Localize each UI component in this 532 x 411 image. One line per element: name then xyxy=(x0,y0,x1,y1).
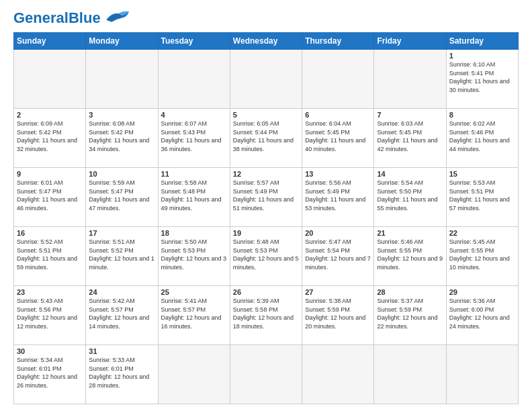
day-info: Sunrise: 5:59 AM Sunset: 5:47 PM Dayligh… xyxy=(89,179,154,212)
day-info: Sunrise: 6:08 AM Sunset: 5:42 PM Dayligh… xyxy=(89,120,154,153)
calendar-cell xyxy=(374,345,446,404)
day-number: 6 xyxy=(305,111,371,119)
day-number: 1 xyxy=(449,52,515,60)
calendar-cell xyxy=(86,50,158,109)
calendar-cell xyxy=(446,345,518,404)
logo-text: GeneralBlue xyxy=(13,11,101,26)
day-info: Sunrise: 5:37 AM Sunset: 5:59 PM Dayligh… xyxy=(377,297,443,330)
calendar-cell: 26Sunrise: 5:39 AM Sunset: 5:58 PM Dayli… xyxy=(230,286,302,345)
day-info: Sunrise: 6:01 AM Sunset: 5:47 PM Dayligh… xyxy=(17,179,83,212)
day-number: 31 xyxy=(89,347,154,355)
day-info: Sunrise: 5:34 AM Sunset: 6:01 PM Dayligh… xyxy=(17,356,83,390)
day-number: 10 xyxy=(89,170,154,178)
day-info: Sunrise: 5:50 AM Sunset: 5:53 PM Dayligh… xyxy=(161,238,227,271)
day-number: 22 xyxy=(449,229,515,237)
col-header-thursday: Thursday xyxy=(302,33,374,50)
day-number: 20 xyxy=(305,229,371,237)
col-header-saturday: Saturday xyxy=(446,33,518,50)
day-info: Sunrise: 5:46 AM Sunset: 5:55 PM Dayligh… xyxy=(377,238,443,271)
page: GeneralBlue SundayMondayTuesdayWednesday… xyxy=(0,0,532,411)
calendar-week-0: 1Sunrise: 6:10 AM Sunset: 5:41 PM Daylig… xyxy=(14,50,519,109)
col-header-tuesday: Tuesday xyxy=(158,33,230,50)
calendar-cell: 11Sunrise: 5:58 AM Sunset: 5:48 PM Dayli… xyxy=(158,168,230,227)
day-info: Sunrise: 5:51 AM Sunset: 5:52 PM Dayligh… xyxy=(89,238,154,271)
day-info: Sunrise: 5:56 AM Sunset: 5:49 PM Dayligh… xyxy=(305,179,371,212)
calendar-week-4: 23Sunrise: 5:43 AM Sunset: 5:56 PM Dayli… xyxy=(14,286,519,345)
day-number: 3 xyxy=(89,111,154,119)
day-number: 8 xyxy=(449,111,515,119)
calendar-cell: 12Sunrise: 5:57 AM Sunset: 5:49 PM Dayli… xyxy=(230,168,302,227)
day-number: 23 xyxy=(17,288,83,296)
calendar-cell: 13Sunrise: 5:56 AM Sunset: 5:49 PM Dayli… xyxy=(302,168,374,227)
calendar-cell: 18Sunrise: 5:50 AM Sunset: 5:53 PM Dayli… xyxy=(158,227,230,286)
day-info: Sunrise: 5:33 AM Sunset: 6:01 PM Dayligh… xyxy=(89,356,154,390)
logo: GeneralBlue xyxy=(13,11,130,26)
calendar-cell xyxy=(374,50,446,109)
day-info: Sunrise: 5:38 AM Sunset: 5:59 PM Dayligh… xyxy=(305,297,371,330)
calendar-week-5: 30Sunrise: 5:34 AM Sunset: 6:01 PM Dayli… xyxy=(14,345,519,404)
calendar-cell: 3Sunrise: 6:08 AM Sunset: 5:42 PM Daylig… xyxy=(86,109,158,168)
calendar-week-1: 2Sunrise: 6:09 AM Sunset: 5:42 PM Daylig… xyxy=(14,109,519,168)
calendar-cell: 10Sunrise: 5:59 AM Sunset: 5:47 PM Dayli… xyxy=(86,168,158,227)
header: GeneralBlue xyxy=(13,11,519,26)
day-number: 7 xyxy=(377,111,443,119)
calendar-week-2: 9Sunrise: 6:01 AM Sunset: 5:47 PM Daylig… xyxy=(14,168,519,227)
calendar-table: SundayMondayTuesdayWednesdayThursdayFrid… xyxy=(13,32,519,404)
calendar-cell: 16Sunrise: 5:52 AM Sunset: 5:51 PM Dayli… xyxy=(14,227,86,286)
calendar-cell xyxy=(230,50,302,109)
calendar-cell: 4Sunrise: 6:07 AM Sunset: 5:43 PM Daylig… xyxy=(158,109,230,168)
day-info: Sunrise: 5:52 AM Sunset: 5:51 PM Dayligh… xyxy=(17,238,83,271)
day-info: Sunrise: 6:04 AM Sunset: 5:45 PM Dayligh… xyxy=(305,120,371,153)
day-info: Sunrise: 6:09 AM Sunset: 5:42 PM Dayligh… xyxy=(17,120,83,153)
calendar-cell: 24Sunrise: 5:42 AM Sunset: 5:57 PM Dayli… xyxy=(86,286,158,345)
calendar-cell: 31Sunrise: 5:33 AM Sunset: 6:01 PM Dayli… xyxy=(86,345,158,404)
day-info: Sunrise: 5:43 AM Sunset: 5:56 PM Dayligh… xyxy=(17,297,83,330)
col-header-monday: Monday xyxy=(86,33,158,50)
col-header-sunday: Sunday xyxy=(14,33,86,50)
calendar-cell: 29Sunrise: 5:36 AM Sunset: 6:00 PM Dayli… xyxy=(446,286,518,345)
day-number: 29 xyxy=(449,288,515,296)
col-header-friday: Friday xyxy=(374,33,446,50)
day-info: Sunrise: 5:42 AM Sunset: 5:57 PM Dayligh… xyxy=(89,297,154,330)
day-info: Sunrise: 5:41 AM Sunset: 5:57 PM Dayligh… xyxy=(161,297,227,330)
day-number: 2 xyxy=(17,111,83,119)
calendar-cell: 30Sunrise: 5:34 AM Sunset: 6:01 PM Dayli… xyxy=(14,345,86,404)
day-info: Sunrise: 6:03 AM Sunset: 5:45 PM Dayligh… xyxy=(377,120,443,153)
day-number: 11 xyxy=(161,170,227,178)
calendar-cell: 14Sunrise: 5:54 AM Sunset: 5:50 PM Dayli… xyxy=(374,168,446,227)
col-header-wednesday: Wednesday xyxy=(230,33,302,50)
calendar-cell: 8Sunrise: 6:02 AM Sunset: 5:46 PM Daylig… xyxy=(446,109,518,168)
day-info: Sunrise: 5:36 AM Sunset: 6:00 PM Dayligh… xyxy=(449,297,515,330)
day-info: Sunrise: 5:39 AM Sunset: 5:58 PM Dayligh… xyxy=(233,297,299,330)
calendar-header-row: SundayMondayTuesdayWednesdayThursdayFrid… xyxy=(14,33,519,50)
day-info: Sunrise: 5:47 AM Sunset: 5:54 PM Dayligh… xyxy=(305,238,371,271)
day-info: Sunrise: 5:45 AM Sunset: 5:55 PM Dayligh… xyxy=(449,238,515,271)
calendar-cell xyxy=(230,345,302,404)
day-number: 21 xyxy=(377,229,443,237)
calendar-cell: 22Sunrise: 5:45 AM Sunset: 5:55 PM Dayli… xyxy=(446,227,518,286)
calendar-cell: 27Sunrise: 5:38 AM Sunset: 5:59 PM Dayli… xyxy=(302,286,374,345)
calendar-cell: 28Sunrise: 5:37 AM Sunset: 5:59 PM Dayli… xyxy=(374,286,446,345)
calendar-cell: 23Sunrise: 5:43 AM Sunset: 5:56 PM Dayli… xyxy=(14,286,86,345)
day-number: 9 xyxy=(17,170,83,178)
day-info: Sunrise: 5:57 AM Sunset: 5:49 PM Dayligh… xyxy=(233,179,299,212)
calendar-cell xyxy=(158,345,230,404)
calendar-cell: 2Sunrise: 6:09 AM Sunset: 5:42 PM Daylig… xyxy=(14,109,86,168)
day-info: Sunrise: 6:05 AM Sunset: 5:44 PM Dayligh… xyxy=(233,120,299,153)
day-number: 24 xyxy=(89,288,154,296)
calendar-cell: 21Sunrise: 5:46 AM Sunset: 5:55 PM Dayli… xyxy=(374,227,446,286)
day-number: 16 xyxy=(17,229,83,237)
day-number: 19 xyxy=(233,229,299,237)
day-number: 30 xyxy=(17,347,83,355)
calendar-cell: 7Sunrise: 6:03 AM Sunset: 5:45 PM Daylig… xyxy=(374,109,446,168)
calendar-cell: 19Sunrise: 5:48 AM Sunset: 5:53 PM Dayli… xyxy=(230,227,302,286)
logo-blue: Blue xyxy=(69,9,101,26)
day-number: 12 xyxy=(233,170,299,178)
calendar-cell: 6Sunrise: 6:04 AM Sunset: 5:45 PM Daylig… xyxy=(302,109,374,168)
day-number: 17 xyxy=(89,229,154,237)
calendar-cell: 20Sunrise: 5:47 AM Sunset: 5:54 PM Dayli… xyxy=(302,227,374,286)
day-number: 25 xyxy=(161,288,227,296)
day-info: Sunrise: 5:54 AM Sunset: 5:50 PM Dayligh… xyxy=(377,179,443,212)
day-number: 27 xyxy=(305,288,371,296)
day-info: Sunrise: 5:53 AM Sunset: 5:51 PM Dayligh… xyxy=(449,179,515,212)
